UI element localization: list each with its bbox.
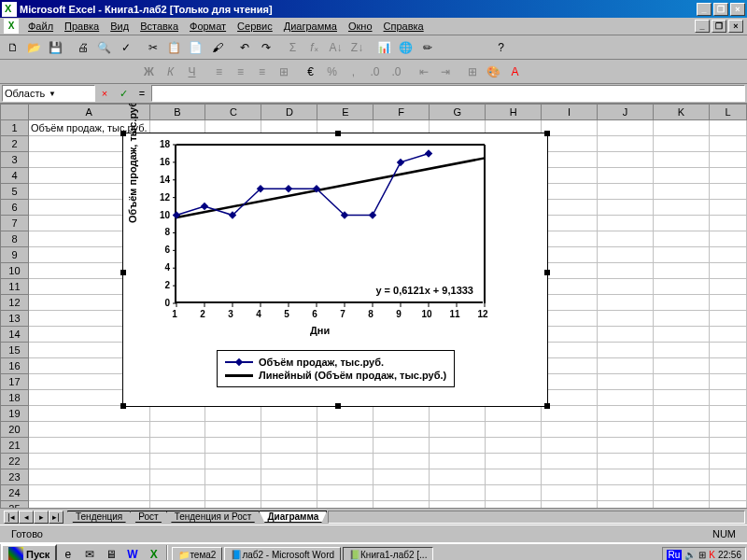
cell[interactable] <box>598 200 654 216</box>
cell[interactable] <box>653 501 709 509</box>
cell[interactable] <box>317 422 374 438</box>
format-painter-icon[interactable]: 🖌 <box>206 37 228 58</box>
menu-edit[interactable]: Правка <box>59 19 105 34</box>
inc-decimal-icon[interactable]: .0 <box>364 62 386 82</box>
cell[interactable] <box>28 438 149 454</box>
cell[interactable] <box>486 501 542 509</box>
tray-icon[interactable]: 🔊 <box>684 550 696 560</box>
tray-icon[interactable]: K <box>709 550 715 560</box>
dec-decimal-icon[interactable]: .0 <box>386 62 407 82</box>
cell[interactable] <box>542 295 598 311</box>
font-box[interactable] <box>2 62 95 82</box>
menu-file[interactable]: Файл <box>22 19 59 34</box>
sort-desc-icon[interactable]: Z↓ <box>346 37 368 58</box>
col-header[interactable]: G <box>430 105 486 120</box>
menu-view[interactable]: Вид <box>105 19 134 34</box>
oe-icon[interactable]: ✉ <box>78 545 100 560</box>
cell[interactable] <box>261 485 317 501</box>
cell[interactable] <box>653 374 709 390</box>
cell[interactable] <box>653 406 709 422</box>
cell[interactable] <box>486 454 542 469</box>
merge-icon[interactable]: ⊞ <box>273 62 294 82</box>
cell[interactable] <box>542 136 598 152</box>
redo-icon[interactable]: ↷ <box>255 37 276 58</box>
cell[interactable] <box>542 216 598 231</box>
align-left-icon[interactable]: ≡ <box>208 62 230 82</box>
cell[interactable] <box>542 311 598 327</box>
cell[interactable] <box>598 454 654 469</box>
cell[interactable] <box>261 454 317 469</box>
task-item-active[interactable]: 📗 Книга1-лаб2 [... <box>343 547 433 561</box>
cell[interactable] <box>430 406 486 422</box>
cell[interactable] <box>709 327 746 343</box>
row-header[interactable]: 14 <box>1 327 29 343</box>
chart-icon[interactable]: 📊 <box>374 37 395 58</box>
cell[interactable] <box>205 501 261 509</box>
cell[interactable] <box>598 263 654 279</box>
bold-icon[interactable]: Ж <box>138 62 160 82</box>
row-header[interactable]: 8 <box>1 231 29 247</box>
cell[interactable] <box>430 469 486 485</box>
menu-tools[interactable]: Сервис <box>232 19 278 34</box>
row-header[interactable]: 25 <box>1 501 29 509</box>
cell[interactable] <box>374 469 430 485</box>
cell[interactable] <box>653 168 709 184</box>
cell[interactable] <box>653 343 709 358</box>
cell[interactable] <box>598 485 654 501</box>
underline-icon[interactable]: Ч <box>181 62 203 82</box>
cell[interactable] <box>374 406 430 422</box>
cell[interactable] <box>709 501 746 509</box>
cell[interactable] <box>486 422 542 438</box>
menu-help[interactable]: Справка <box>378 19 430 34</box>
cell[interactable] <box>317 454 374 469</box>
cell[interactable] <box>598 358 654 374</box>
row-header[interactable]: 12 <box>1 295 29 311</box>
row-header[interactable]: 1 <box>1 120 29 136</box>
cell[interactable] <box>542 184 598 200</box>
sheet-tab-active[interactable]: Диаграмма <box>259 511 327 523</box>
borders-icon[interactable]: ⊞ <box>461 62 483 82</box>
sort-asc-icon[interactable]: A↓ <box>325 37 346 58</box>
cell[interactable] <box>598 422 654 438</box>
row-header[interactable]: 18 <box>1 390 29 406</box>
col-header[interactable]: D <box>261 105 317 120</box>
cell[interactable] <box>598 184 654 200</box>
cell[interactable] <box>598 216 654 231</box>
cell[interactable] <box>653 327 709 343</box>
cell[interactable] <box>598 136 654 152</box>
select-all-cell[interactable] <box>1 105 29 120</box>
spreadsheet-grid[interactable]: A B C D E F G H I J K L 1Объём продаж, т… <box>0 104 747 508</box>
row-header[interactable]: 9 <box>1 247 29 263</box>
tray-icon[interactable]: ⊞ <box>698 550 706 560</box>
cell[interactable] <box>709 469 746 485</box>
close-button[interactable]: × <box>730 3 745 16</box>
sum-icon[interactable]: Σ <box>282 37 303 58</box>
row-header[interactable]: 23 <box>1 469 29 485</box>
cell[interactable] <box>598 279 654 295</box>
lang-indicator[interactable]: Ru <box>667 550 683 560</box>
cell[interactable] <box>205 485 261 501</box>
cell[interactable] <box>28 469 149 485</box>
cell[interactable] <box>430 422 486 438</box>
tab-first-icon[interactable]: |◂ <box>4 511 19 524</box>
col-header[interactable]: C <box>205 105 261 120</box>
start-button[interactable]: Пуск <box>1 544 57 560</box>
cell[interactable] <box>205 454 261 469</box>
cell[interactable] <box>374 485 430 501</box>
indent-dec-icon[interactable]: ⇤ <box>413 62 434 82</box>
cell[interactable] <box>374 454 430 469</box>
cell[interactable] <box>598 295 654 311</box>
cell[interactable] <box>598 469 654 485</box>
cell[interactable] <box>261 438 317 454</box>
cell[interactable] <box>542 279 598 295</box>
cell[interactable] <box>709 231 746 247</box>
sheet-tab[interactable]: Тенденция <box>67 511 131 523</box>
col-header[interactable]: L <box>709 105 746 120</box>
cell[interactable] <box>709 454 746 469</box>
task-item[interactable]: 📘 лаб2 - Microsoft Word <box>224 547 341 561</box>
row-header[interactable]: 16 <box>1 358 29 374</box>
cell[interactable] <box>598 120 654 136</box>
cell[interactable] <box>653 136 709 152</box>
excel-tb-icon[interactable]: X <box>143 545 164 560</box>
cell[interactable] <box>542 168 598 184</box>
